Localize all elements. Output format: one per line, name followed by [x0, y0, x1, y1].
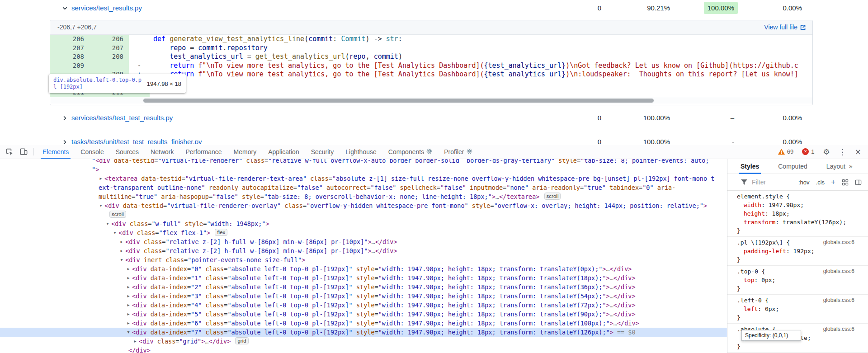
- stylesheet-link[interactable]: globals.css:6: [823, 297, 854, 303]
- token: "width: 1947.98px; height: 18px; transfo…: [378, 265, 603, 273]
- dom-tree-line[interactable]: ▸<div data-index="5" class="absolute lef…: [0, 310, 727, 319]
- inspect-element-icon[interactable]: [2, 145, 16, 159]
- tab-security[interactable]: Security: [305, 145, 340, 159]
- file-link[interactable]: tasks/tests/unit/test_test_results_finis…: [71, 138, 202, 144]
- expander-right-icon[interactable]: ▸: [125, 292, 132, 301]
- device-toolbar-icon[interactable]: [16, 145, 31, 159]
- dom-tree-line[interactable]: ▸<div data-index="1" class="absolute lef…: [0, 273, 727, 282]
- expander-down-icon[interactable]: ▾: [125, 328, 132, 337]
- css-property[interactable]: width: 1947.98px;: [727, 201, 868, 209]
- tab-network[interactable]: Network: [145, 145, 179, 159]
- dom-tree-line[interactable]: ▸<div class="grid">…</div> grid: [0, 337, 727, 346]
- expander-down-icon[interactable]: ▾: [104, 219, 111, 228]
- sidebar-tab-computed[interactable]: Computed: [778, 159, 807, 174]
- tab-profiler[interactable]: Profiler: [438, 145, 478, 159]
- settings-gear-icon[interactable]: ⚙: [823, 147, 830, 156]
- view-full-file-link[interactable]: View full file: [764, 24, 806, 31]
- grid-badge[interactable]: grid: [235, 337, 248, 344]
- expander-down-icon[interactable]: ▾: [118, 255, 125, 264]
- toggle-element-state-button[interactable]: :hov: [798, 179, 810, 186]
- tab-performance[interactable]: Performance: [179, 145, 227, 159]
- dom-tree-line[interactable]: ▸<div data-index="0" class="absolute lef…: [0, 264, 727, 273]
- chevron-down-icon[interactable]: [61, 5, 69, 12]
- tab-sources[interactable]: Sources: [110, 145, 145, 159]
- sidebar-tab-layout[interactable]: Layout: [826, 159, 845, 174]
- dom-tree-line[interactable]: ▾<div class="flex flex-1"> flex: [0, 228, 727, 237]
- css-property[interactable]: top: 0px;: [727, 276, 868, 284]
- token: "virtual-file-renderer-overlay": [167, 202, 281, 209]
- expander-right-icon[interactable]: ▸: [118, 246, 125, 255]
- stylesheet-link[interactable]: globals.css:6: [823, 326, 854, 332]
- dom-tree-line[interactable]: ext-transparent outline-none" readonly a…: [0, 183, 727, 192]
- token: <div: [132, 283, 147, 291]
- token: generate_view_test_analytics_line: [170, 35, 304, 43]
- dom-tree-line[interactable]: ▾<div data-testid="virtual-file-renderer…: [0, 201, 727, 210]
- new-style-rule-button[interactable]: +: [831, 178, 835, 187]
- style-rules: element.style {width: 1947.98px;height: …: [727, 191, 868, 353]
- split-panel-icon[interactable]: [855, 179, 862, 186]
- expander-right-icon[interactable]: ▸: [125, 310, 132, 319]
- token: class: [206, 329, 224, 336]
- file-link[interactable]: services/test_results.py: [71, 4, 142, 12]
- expander-right-icon[interactable]: ▸: [125, 319, 132, 328]
- expander-right-icon[interactable]: ▸: [125, 264, 132, 273]
- dom-tree-line[interactable]: ▸<div data-index="2" class="absolute lef…: [0, 282, 727, 292]
- dom-tree-line[interactable]: ▸<textarea data-testid="virtual-file-ren…: [0, 174, 727, 183]
- dots-grid-icon[interactable]: [842, 179, 849, 186]
- expander-right-icon[interactable]: ▸: [132, 337, 138, 346]
- expander-down-icon[interactable]: ▾: [112, 228, 118, 237]
- more-menu-icon[interactable]: ⋮: [839, 147, 846, 156]
- dom-tree-line[interactable]: ▾<div class="w-full" style="width: 1948p…: [0, 219, 727, 228]
- css-property[interactable]: padding-left: 192px;: [727, 247, 868, 255]
- token: "absolute left-0 top-0 pl-[192px]": [227, 283, 352, 291]
- dom-tree-line[interactable]: scroll: [0, 210, 727, 219]
- dom-tree-line[interactable]: ">: [0, 165, 727, 174]
- token: =: [184, 256, 188, 264]
- tab-lighthouse[interactable]: Lighthouse: [340, 145, 382, 159]
- css-property[interactable]: transform: translateY(126px);: [727, 218, 868, 226]
- chevron-right-icon[interactable]: [61, 139, 69, 144]
- css-property[interactable]: height: 18px;: [727, 209, 868, 218]
- more-tabs-icon[interactable]: »: [849, 163, 853, 170]
- element-classes-button[interactable]: .cls: [816, 179, 825, 186]
- tab-application[interactable]: Application: [262, 145, 305, 159]
- expander-right-icon[interactable]: ▸: [118, 237, 125, 246]
- expander-down-icon[interactable]: ▾: [98, 201, 104, 210]
- dom-tree-line[interactable]: ▸<div data-index="3" class="absolute lef…: [0, 292, 727, 301]
- styles-filter-input[interactable]: Filter: [752, 179, 766, 186]
- sidebar-tab-styles[interactable]: Styles: [741, 159, 759, 174]
- css-property[interactable]: left: 0px;: [727, 305, 868, 313]
- file-link[interactable]: services/tests/test_test_results.py: [71, 114, 173, 122]
- stylesheet-link[interactable]: globals.css:6: [823, 268, 854, 274]
- dom-tree-line[interactable]: ▸<div class="relative z-[2] h-full w-[86…: [0, 237, 727, 246]
- dom-tree-line[interactable]: ▾<div inert class="pointer-events-none s…: [0, 255, 727, 264]
- dom-tree-line[interactable]: ▸<div data-index="6" class="absolute lef…: [0, 319, 727, 328]
- expander-right-icon[interactable]: ▸: [125, 282, 132, 292]
- close-devtools-icon[interactable]: ×: [855, 147, 861, 156]
- tab-elements[interactable]: Elements: [37, 145, 75, 159]
- flex-badge[interactable]: flex: [215, 229, 227, 236]
- dom-tree-line[interactable]: </div>: [0, 346, 727, 353]
- tab-components[interactable]: Components: [382, 145, 438, 159]
- dom-tree-line[interactable]: ▾<div data-index="7" class="absolute lef…: [0, 328, 727, 337]
- expander-right-icon[interactable]: ▸: [125, 273, 132, 282]
- token: class: [157, 338, 176, 345]
- dom-tree-line[interactable]: ▸<div class="relative z-[2] h-full w-[86…: [0, 246, 727, 255]
- close-brace: }: [727, 342, 868, 351]
- expander-right-icon[interactable]: ▸: [125, 301, 132, 310]
- token: ): [398, 52, 402, 61]
- chevron-right-icon[interactable]: [61, 115, 69, 122]
- token: </div>: [613, 274, 636, 282]
- stylesheet-link[interactable]: globals.css:6: [823, 239, 854, 245]
- dom-tree-line[interactable]: ▸<div data-index="4" class="absolute lef…: [0, 301, 727, 310]
- dom-tree-line[interactable]: multiline="true" aria-haspopup="false" s…: [0, 192, 727, 201]
- tab-console[interactable]: Console: [75, 145, 109, 159]
- expander-right-icon[interactable]: ▸: [98, 174, 104, 183]
- warning-count[interactable]: 69: [778, 148, 793, 155]
- dom-tree-line[interactable]: "<div data-testid="virtual-file-renderer…: [0, 159, 727, 165]
- scrollbar-thumb[interactable]: [143, 99, 654, 103]
- token: …: [606, 265, 610, 273]
- tab-memory[interactable]: Memory: [228, 145, 263, 159]
- error-count[interactable]: ✕ 1: [802, 148, 814, 155]
- token: [202, 283, 205, 291]
